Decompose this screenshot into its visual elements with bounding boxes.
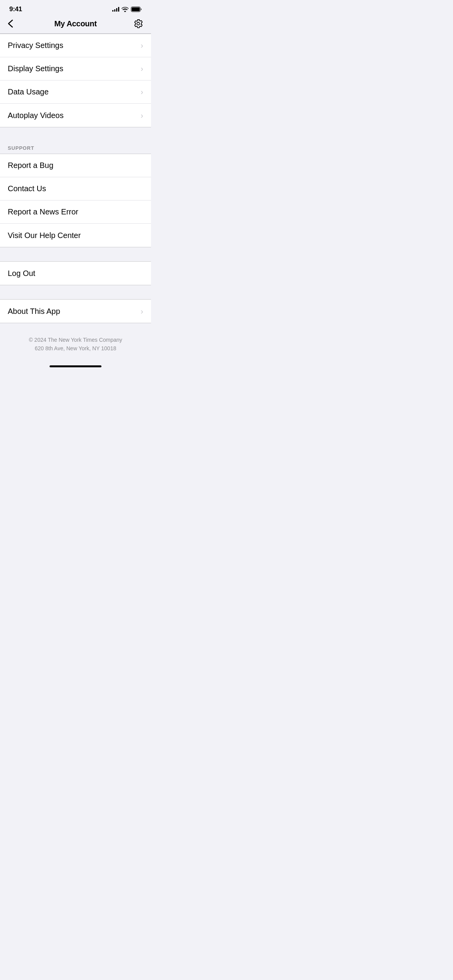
settings-gear-button[interactable] [131,19,143,29]
data-usage-chevron-icon: › [141,87,143,96]
home-indicator-bar [50,365,101,367]
data-usage-item[interactable]: Data Usage › [0,81,151,104]
spacer-1 [0,127,151,141]
autoplay-videos-item[interactable]: Autoplay Videos › [0,104,151,127]
settings-menu-section: Privacy Settings › Display Settings › Da… [0,34,151,127]
spacer-2 [0,247,151,261]
about-app-item[interactable]: About This App › [0,300,151,323]
support-menu-section: Report a Bug Contact Us Report a News Er… [0,154,151,247]
display-settings-chevron-icon: › [141,64,143,73]
contact-us-item[interactable]: Contact Us [0,177,151,200]
autoplay-videos-label: Autoplay Videos [8,111,63,120]
footer: © 2024 The New York Times Company 620 8t… [0,323,151,362]
home-indicator [0,362,151,370]
autoplay-videos-chevron-icon: › [141,111,143,120]
status-bar: 9:41 [0,0,151,15]
contact-us-label: Contact Us [8,184,46,193]
data-usage-label: Data Usage [8,87,49,96]
report-news-error-label: Report a News Error [8,207,78,216]
logout-item[interactable]: Log Out [0,262,151,285]
back-button[interactable] [8,19,20,28]
footer-line1: © 2024 The New York Times Company [29,337,122,343]
display-settings-item[interactable]: Display Settings › [0,57,151,81]
visit-help-center-label: Visit Our Help Center [8,231,81,240]
footer-line2: 620 8th Ave, New York, NY 10018 [35,345,116,351]
spacer-3 [0,285,151,299]
wifi-icon [122,7,129,12]
page-title: My Account [54,19,97,28]
privacy-settings-chevron-icon: › [141,41,143,50]
privacy-settings-label: Privacy Settings [8,41,63,50]
logout-section: Log Out [0,261,151,285]
report-news-error-item[interactable]: Report a News Error [0,200,151,224]
about-app-chevron-icon: › [141,307,143,316]
status-time: 9:41 [9,5,22,13]
content-area: Privacy Settings › Display Settings › Da… [0,34,151,370]
svg-rect-1 [132,7,140,11]
battery-icon [131,7,142,12]
about-app-label: About This App [8,307,60,316]
nav-bar: My Account [0,15,151,33]
privacy-settings-item[interactable]: Privacy Settings › [0,34,151,57]
visit-help-center-item[interactable]: Visit Our Help Center [0,224,151,247]
display-settings-label: Display Settings [8,64,63,73]
about-section: About This App › [0,299,151,323]
signal-icon [112,7,119,12]
footer-text: © 2024 The New York Times Company 620 8t… [8,336,143,353]
report-bug-label: Report a Bug [8,161,53,170]
support-section-label: SUPPORT [8,145,34,151]
report-bug-item[interactable]: Report a Bug [0,154,151,177]
status-icons [112,7,142,12]
support-section-header: SUPPORT [0,141,151,154]
logout-label: Log Out [8,269,35,278]
